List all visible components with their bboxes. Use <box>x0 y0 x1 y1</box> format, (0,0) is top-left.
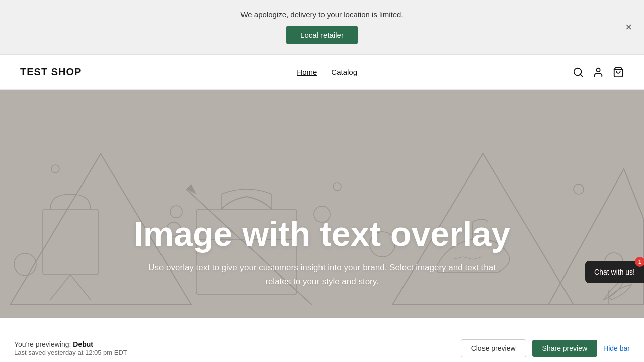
person-icon <box>593 67 604 78</box>
bag-icon <box>613 67 624 78</box>
nav-catalog[interactable]: Catalog <box>331 68 357 76</box>
chat-badge: 1 <box>635 257 644 267</box>
header-icons <box>573 67 624 78</box>
login-button[interactable] <box>593 67 604 78</box>
share-preview-button[interactable]: Share preview <box>532 340 598 357</box>
main-nav: Home Catalog <box>297 68 357 77</box>
preview-actions: Close preview Share preview Hide bar <box>461 339 630 357</box>
hero-section: Image with text overlay Use overlay text… <box>0 90 644 318</box>
hero-title: Image with text overlay <box>134 215 510 253</box>
shop-logo: TEST SHOP <box>20 66 82 78</box>
close-icon: × <box>625 21 632 33</box>
close-announcement-button[interactable]: × <box>625 22 632 33</box>
announcement-message: We apologize, delivery to your location … <box>20 10 624 19</box>
local-retailer-button[interactable]: Local retailer <box>286 26 358 44</box>
nav-home[interactable]: Home <box>297 68 317 76</box>
svg-line-1 <box>580 74 582 76</box>
search-button[interactable] <box>573 67 584 78</box>
hero-subtitle: Use overlay text to give your customers … <box>146 261 498 288</box>
search-icon <box>573 67 584 78</box>
theme-name: Debut <box>73 340 93 348</box>
header: TEST SHOP Home Catalog <box>0 55 644 90</box>
preview-info: You're previewing: Debut Last saved yest… <box>14 340 127 356</box>
chat-label: Chat with us! <box>594 268 635 276</box>
chat-widget-button[interactable]: 1 Chat with us! <box>585 261 644 283</box>
announcement-bar: We apologize, delivery to your location … <box>0 0 644 55</box>
hide-bar-button[interactable]: Hide bar <box>603 344 630 352</box>
saved-time: Last saved yesterday at 12:05 pm EDT <box>14 349 127 356</box>
svg-point-2 <box>596 68 600 71</box>
previewing-text: You're previewing: Debut <box>14 340 93 348</box>
preview-bar: You're previewing: Debut Last saved yest… <box>0 334 644 362</box>
close-preview-button[interactable]: Close preview <box>461 339 526 357</box>
cart-button[interactable] <box>613 67 624 78</box>
